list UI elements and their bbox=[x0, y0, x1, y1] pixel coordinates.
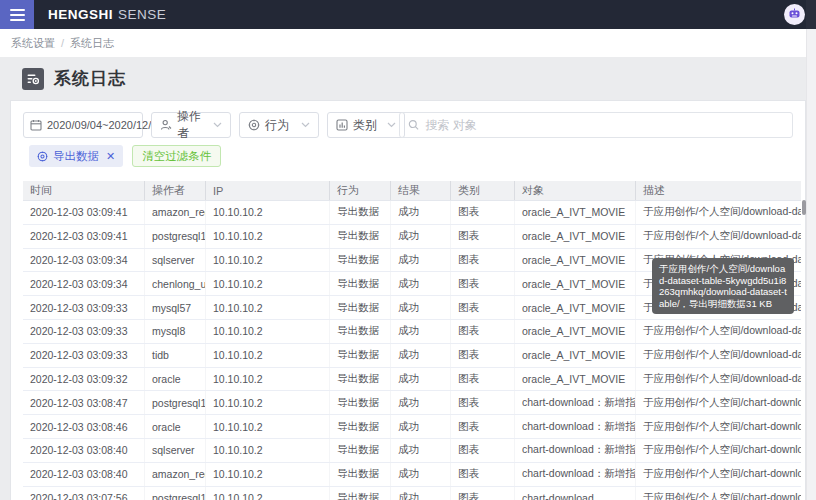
search-input[interactable] bbox=[425, 118, 784, 132]
top-bar: HENGSHI SENSE bbox=[0, 0, 816, 29]
cell-object: chart-download：新增指标... bbox=[515, 439, 636, 462]
chevron-down-icon bbox=[301, 122, 310, 128]
cell-time: 2020-12-03 03:08:47 bbox=[23, 391, 145, 414]
cell-category: 图表 bbox=[451, 249, 515, 272]
cell-description[interactable]: 于应用创作/个人空间/chart-download... bbox=[636, 463, 801, 486]
clear-filters-button[interactable]: 清空过滤条件 bbox=[132, 145, 221, 167]
cell-category: 图表 bbox=[451, 201, 515, 224]
cell-result: 成功 bbox=[391, 415, 451, 438]
cell-result: 成功 bbox=[391, 487, 451, 500]
column-header-object: 对象 bbox=[515, 181, 636, 200]
cell-action: 导出数据 bbox=[330, 320, 391, 343]
cell-result: 成功 bbox=[391, 344, 451, 367]
cell-time: 2020-12-03 03:09:41 bbox=[23, 201, 145, 224]
column-header-description: 描述 bbox=[636, 181, 801, 200]
cell-category: 图表 bbox=[451, 296, 515, 319]
cell-description[interactable]: 于应用创作/个人空间/download-data... bbox=[636, 320, 801, 343]
cell-action: 导出数据 bbox=[330, 272, 391, 295]
chevron-down-icon bbox=[387, 122, 396, 128]
cell-time: 2020-12-03 03:09:33 bbox=[23, 344, 145, 367]
cell-result: 成功 bbox=[391, 368, 451, 391]
cell-description[interactable]: 于应用创作/个人空间/chart-download... bbox=[636, 415, 801, 438]
table-row: 2020-12-03 03:07:56postgresql1010.10.10.… bbox=[23, 487, 801, 500]
page-scrollbar[interactable] bbox=[806, 29, 816, 500]
brand-bold: HENGSHI bbox=[48, 7, 113, 22]
table-row: 2020-12-03 03:09:41postgresql1010.10.10.… bbox=[23, 225, 801, 249]
cell-operator: sqlserver bbox=[145, 249, 206, 272]
cell-object: oracle_A_IVT_MOVIE bbox=[515, 320, 636, 343]
cell-object: oracle_A_IVT_MOVIE bbox=[515, 201, 636, 224]
cell-time: 2020-12-03 03:09:34 bbox=[23, 249, 145, 272]
chevron-down-icon bbox=[213, 122, 222, 128]
cell-description[interactable]: 于应用创作/个人空间/download-data... bbox=[636, 368, 801, 391]
column-header-ip: IP bbox=[206, 181, 330, 200]
cell-result: 成功 bbox=[391, 249, 451, 272]
filter-tag-export-data[interactable]: 导出数据 ✕ bbox=[29, 145, 123, 167]
description-tooltip: 于应用创作/个人空间/download-dataset-table-5kywgd… bbox=[652, 258, 794, 314]
cell-operator: amazon_red... bbox=[145, 201, 206, 224]
filter-tag-label: 导出数据 bbox=[53, 149, 99, 164]
cell-object: oracle_A_IVT_MOVIE bbox=[515, 296, 636, 319]
cell-action: 导出数据 bbox=[330, 249, 391, 272]
hamburger-menu-button[interactable] bbox=[0, 0, 34, 29]
cell-action: 导出数据 bbox=[330, 463, 391, 486]
cell-description[interactable]: 于应用创作/个人空间/download-data... bbox=[636, 201, 801, 224]
cell-action: 导出数据 bbox=[330, 344, 391, 367]
date-range-picker[interactable]: 2020/09/04~2020/12/03 bbox=[23, 112, 143, 138]
cell-ip: 10.10.10.2 bbox=[206, 201, 330, 224]
cell-category: 图表 bbox=[451, 225, 515, 248]
cell-action: 导出数据 bbox=[330, 225, 391, 248]
cell-description[interactable]: 于应用创作/个人空间/chart-download... bbox=[636, 439, 801, 462]
cell-operator: postgresql10 bbox=[145, 225, 206, 248]
table-row: 2020-12-03 03:08:40amazon_red...10.10.10… bbox=[23, 463, 801, 487]
column-header-result: 结果 bbox=[391, 181, 451, 200]
cell-category: 图表 bbox=[451, 368, 515, 391]
cell-time: 2020-12-03 03:07:56 bbox=[23, 487, 145, 500]
breadcrumb-item-settings[interactable]: 系统设置 bbox=[11, 36, 55, 51]
user-avatar[interactable] bbox=[784, 4, 805, 25]
behavior-select[interactable]: 行为 bbox=[239, 112, 319, 138]
cell-description[interactable]: 于应用创作/个人空间/download-data... bbox=[636, 344, 801, 367]
page-title-row: 系统日志 bbox=[0, 57, 816, 100]
search-icon bbox=[408, 119, 419, 131]
cell-ip: 10.10.10.2 bbox=[206, 320, 330, 343]
cell-category: 图表 bbox=[451, 391, 515, 414]
cell-category: 图表 bbox=[451, 487, 515, 500]
filter-tag-close-icon[interactable]: ✕ bbox=[106, 150, 115, 163]
avatar-icon bbox=[787, 7, 802, 22]
cell-category: 图表 bbox=[451, 439, 515, 462]
cell-object: oracle_A_IVT_MOVIE bbox=[515, 249, 636, 272]
cell-ip: 10.10.10.2 bbox=[206, 225, 330, 248]
table-row: 2020-12-03 03:09:33mysql810.10.10.2导出数据成… bbox=[23, 320, 801, 344]
cell-result: 成功 bbox=[391, 391, 451, 414]
cell-category: 图表 bbox=[451, 344, 515, 367]
cell-object: chart-download：新增指标... bbox=[515, 463, 636, 486]
column-header-time: 时间 bbox=[23, 181, 145, 200]
cell-operator: oracle bbox=[145, 415, 206, 438]
cell-result: 成功 bbox=[391, 463, 451, 486]
cell-operator: amazon_red... bbox=[145, 463, 206, 486]
cell-time: 2020-12-03 03:09:32 bbox=[23, 368, 145, 391]
cell-time: 2020-12-03 03:08:46 bbox=[23, 415, 145, 438]
table-body: 2020-12-03 03:09:41amazon_red...10.10.10… bbox=[23, 201, 801, 500]
gear-icon bbox=[248, 119, 260, 131]
cell-description[interactable]: 于应用创作/个人空间/chart-download... bbox=[636, 487, 801, 500]
operator-select[interactable]: 操作者 bbox=[151, 112, 231, 138]
cell-description[interactable]: 于应用创作/个人空间/chart-download... bbox=[636, 391, 801, 414]
cell-category: 图表 bbox=[451, 272, 515, 295]
person-icon bbox=[160, 119, 172, 131]
breadcrumb: 系统设置 / 系统日志 bbox=[0, 29, 816, 57]
cell-action: 导出数据 bbox=[330, 201, 391, 224]
cell-time: 2020-12-03 03:08:40 bbox=[23, 439, 145, 462]
cell-time: 2020-12-03 03:09:41 bbox=[23, 225, 145, 248]
system-log-icon bbox=[22, 68, 44, 90]
cell-result: 成功 bbox=[391, 201, 451, 224]
cell-description[interactable]: 于应用创作/个人空间/download-data... bbox=[636, 225, 801, 248]
scrollbar-header-strip bbox=[806, 0, 816, 29]
cell-result: 成功 bbox=[391, 439, 451, 462]
category-select[interactable]: 类别 bbox=[327, 112, 405, 138]
cell-action: 导出数据 bbox=[330, 439, 391, 462]
cell-ip: 10.10.10.2 bbox=[206, 439, 330, 462]
cell-object: oracle_A_IVT_MOVIE bbox=[515, 344, 636, 367]
table-row: 2020-12-03 03:08:46oracle10.10.10.2导出数据成… bbox=[23, 415, 801, 439]
